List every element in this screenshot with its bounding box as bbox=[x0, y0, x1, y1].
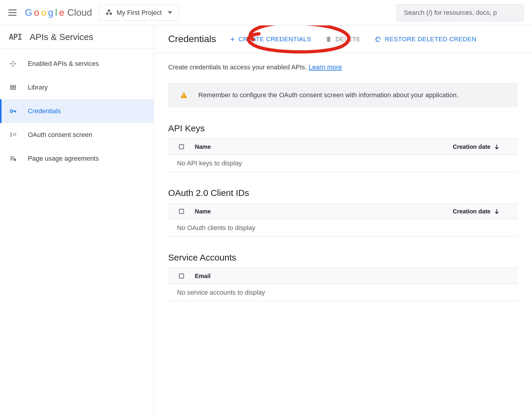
arrow-down-icon bbox=[494, 143, 500, 150]
project-name: My First Project bbox=[117, 9, 162, 17]
plus-icon: + bbox=[230, 35, 235, 43]
svg-rect-5 bbox=[10, 85, 11, 88]
sidebar-title: APIs & Services bbox=[30, 32, 93, 42]
svg-point-2 bbox=[15, 63, 16, 64]
cloud-word: Cloud bbox=[67, 7, 92, 18]
svg-rect-13 bbox=[10, 133, 12, 134]
learn-more-link[interactable]: Learn more bbox=[309, 63, 342, 71]
svg-rect-22 bbox=[179, 145, 184, 149]
svg-rect-20 bbox=[184, 94, 184, 96]
svg-rect-16 bbox=[10, 157, 14, 157]
sidebar-item-label: Enabled APIs & services bbox=[28, 60, 99, 68]
select-all-checkbox[interactable] bbox=[168, 273, 195, 279]
sidebar-item-enabled-apis[interactable]: Enabled APIs & services bbox=[0, 52, 154, 76]
svg-point-1 bbox=[10, 63, 12, 64]
svg-rect-21 bbox=[184, 97, 184, 97]
select-all-checkbox[interactable] bbox=[168, 143, 195, 150]
delete-label: DELETE bbox=[335, 36, 361, 43]
key-icon bbox=[9, 107, 17, 115]
sidebar-item-label: OAuth consent screen bbox=[28, 131, 92, 139]
google-cloud-logo[interactable]: Google Cloud bbox=[25, 7, 92, 18]
warning-icon bbox=[180, 91, 188, 99]
svg-rect-15 bbox=[10, 136, 12, 137]
sidebar-item-label: Page usage agreements bbox=[28, 155, 99, 162]
trash-icon bbox=[325, 36, 332, 42]
agreement-icon bbox=[9, 155, 17, 162]
sidebar-header[interactable]: API APIs & Services bbox=[0, 25, 154, 49]
project-picker[interactable]: My First Project bbox=[99, 5, 179, 21]
svg-rect-9 bbox=[10, 89, 16, 90]
column-name[interactable]: Name bbox=[195, 143, 453, 150]
sidebar-item-agreements[interactable]: Page usage agreements bbox=[0, 147, 154, 170]
column-creation-date[interactable]: Creation date bbox=[453, 208, 518, 215]
svg-rect-7 bbox=[13, 85, 14, 88]
delete-button[interactable]: DELETE bbox=[325, 36, 361, 43]
oauth-alert: Remember to configure the OAuth consent … bbox=[168, 83, 518, 107]
svg-rect-8 bbox=[15, 85, 16, 88]
create-credentials-button[interactable]: + CREATE CREDENTIALS bbox=[230, 35, 311, 43]
restore-button[interactable]: RESTORE DELETED CREDEN bbox=[375, 36, 476, 43]
sidebar: API APIs & Services Enabled APIs & servi… bbox=[0, 25, 154, 412]
column-creation-date[interactable]: Creation date bbox=[453, 143, 518, 150]
empty-row-apikeys: No API keys to display bbox=[168, 155, 518, 172]
sidebar-item-label: Credentials bbox=[28, 107, 61, 115]
svg-rect-23 bbox=[179, 209, 184, 214]
alert-text: Remember to configure the OAuth consent … bbox=[198, 91, 458, 99]
svg-point-4 bbox=[12, 63, 13, 64]
svg-rect-6 bbox=[12, 85, 13, 88]
diamond-icon bbox=[9, 60, 17, 67]
svg-point-0 bbox=[12, 61, 14, 62]
sidebar-item-label: Library bbox=[28, 84, 48, 91]
create-credentials-label: CREATE CREDENTIALS bbox=[239, 36, 311, 43]
empty-row-oauth: No OAuth clients to display bbox=[168, 219, 518, 237]
library-icon bbox=[9, 84, 17, 91]
svg-rect-17 bbox=[10, 158, 14, 159]
column-email[interactable]: Email bbox=[195, 273, 518, 280]
column-name[interactable]: Name bbox=[195, 208, 453, 215]
svg-point-10 bbox=[10, 110, 13, 113]
top-header: Google Cloud My First Project Search (/)… bbox=[0, 0, 532, 25]
sidebar-item-library[interactable]: Library bbox=[0, 76, 154, 99]
chevron-down-icon bbox=[168, 11, 172, 14]
page-title: Credentials bbox=[168, 33, 216, 44]
svg-rect-12 bbox=[15, 111, 16, 113]
consent-icon bbox=[9, 131, 17, 138]
api-icon: API bbox=[9, 33, 22, 41]
table-header-apikeys: Name Creation date bbox=[168, 139, 518, 155]
select-all-checkbox[interactable] bbox=[168, 208, 195, 215]
project-dots-icon bbox=[106, 9, 112, 16]
section-title-service: Service Accounts bbox=[168, 253, 518, 263]
undo-icon bbox=[375, 36, 381, 42]
table-header-oauth: Name Creation date bbox=[168, 203, 518, 219]
svg-rect-24 bbox=[179, 274, 184, 278]
search-input[interactable]: Search (/) for resources, docs, p bbox=[396, 4, 524, 21]
svg-rect-14 bbox=[10, 134, 12, 135]
table-header-service: Email bbox=[168, 268, 518, 284]
empty-row-service: No service accounts to display bbox=[168, 284, 518, 301]
arrow-down-icon bbox=[494, 208, 500, 215]
restore-label: RESTORE DELETED CREDEN bbox=[385, 36, 476, 43]
sidebar-item-oauth-consent[interactable]: OAuth consent screen bbox=[0, 123, 154, 147]
svg-rect-18 bbox=[10, 159, 13, 160]
hamburger-menu-icon[interactable] bbox=[8, 8, 18, 17]
section-title-oauth: OAuth 2.0 Client IDs bbox=[168, 188, 518, 198]
page-subtext: Create credentials to access your enable… bbox=[168, 63, 518, 71]
search-placeholder: Search (/) for resources, docs, p bbox=[404, 9, 497, 17]
main-header: Credentials + CREATE CREDENTIALS DELETE … bbox=[154, 25, 532, 53]
svg-point-3 bbox=[12, 65, 14, 66]
section-title-apikeys: API Keys bbox=[168, 123, 518, 133]
sidebar-item-credentials[interactable]: Credentials bbox=[0, 99, 154, 123]
